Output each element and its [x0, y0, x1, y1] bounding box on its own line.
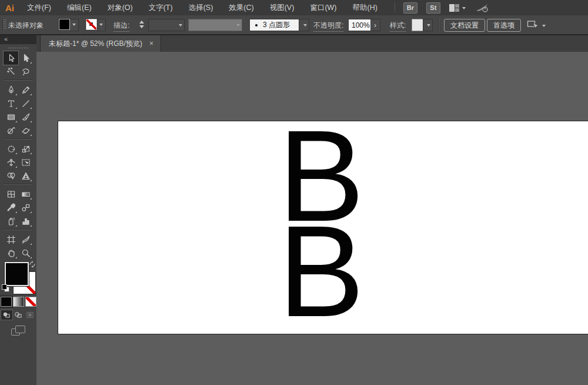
hand-tool[interactable]	[4, 246, 18, 260]
opacity-expand-button[interactable]: ›	[370, 19, 380, 31]
controlbar-divider	[438, 18, 439, 31]
tools-panel: «	[0, 35, 37, 385]
stroke-weight-combo[interactable]	[148, 19, 185, 31]
opacity-input[interactable]: 100%	[348, 19, 373, 31]
free-transform-tool[interactable]	[18, 155, 33, 169]
color-mode-button[interactable]	[1, 297, 12, 307]
pen-tool[interactable]	[4, 83, 18, 97]
fill-color-control[interactable]	[59, 19, 79, 31]
paintbrush-tool[interactable]	[18, 110, 33, 124]
menu-file[interactable]: 文件(F)	[27, 3, 51, 13]
perspective-grid-tool[interactable]	[18, 169, 33, 182]
toolbar-divider	[4, 230, 33, 230]
drawing-mode-row	[0, 310, 36, 320]
eyedropper-tool[interactable]	[4, 201, 18, 214]
menu-bar: Ai 文件(F) 编辑(E) 对象(O) 文字(T) 选择(S) 效果(C) 视…	[0, 0, 588, 16]
symbol-sprayer-tool[interactable]	[4, 214, 18, 228]
stroke-weight-stepper[interactable]	[139, 18, 144, 31]
eraser-tool[interactable]	[18, 124, 33, 137]
toolbar-divider	[4, 80, 33, 81]
selection-status: 未选择对象	[8, 21, 44, 31]
stepper-up-icon[interactable]	[139, 18, 144, 24]
menu-select[interactable]: 选择(S)	[189, 3, 213, 13]
gradient-tool[interactable]	[18, 187, 33, 201]
width-tool[interactable]	[4, 155, 18, 169]
menu-object[interactable]: 对象(O)	[108, 3, 133, 13]
stroke-color-control[interactable]	[86, 19, 106, 31]
gradient-mode-button[interactable]	[13, 297, 24, 307]
opacity-panel-link[interactable]: 不透明度:	[313, 21, 343, 32]
brush-preview-dot-icon	[255, 24, 258, 26]
collapse-panel-icon[interactable]: «	[4, 35, 8, 42]
menu-type[interactable]: 文字(T)	[149, 3, 173, 13]
draw-behind-button[interactable]	[13, 310, 24, 320]
fill-stroke-swatches	[0, 261, 36, 295]
brush-chevron-icon[interactable]	[299, 19, 309, 31]
document-tab[interactable]: 未标题-1* @ 52% (RGB/预览) ×	[40, 35, 161, 52]
blend-tool[interactable]	[18, 201, 33, 214]
bridge-button[interactable]: Br	[403, 2, 417, 14]
selection-tool[interactable]	[4, 51, 18, 65]
slice-tool[interactable]	[18, 233, 33, 246]
mesh-tool[interactable]	[4, 187, 18, 201]
app-logo: Ai	[5, 3, 14, 13]
menu-edit[interactable]: 编辑(E)	[67, 3, 92, 13]
style-swatch[interactable]	[412, 19, 423, 31]
stepper-down-icon[interactable]	[139, 25, 144, 31]
control-bar: 未选择对象 描边: 3 点圆形 不透明度: 100% › 样式: 文档设置 首选…	[0, 15, 588, 34]
workspace-chevron-down-icon[interactable]	[462, 7, 466, 11]
select-similar-chevron-icon[interactable]	[542, 25, 546, 29]
artboard-tool[interactable]	[4, 233, 18, 246]
blob-brush-tool[interactable]	[4, 124, 18, 137]
column-graph-tool[interactable]	[18, 214, 33, 228]
document-area: «	[0, 35, 588, 385]
menu-window[interactable]: 窗口(W)	[310, 3, 336, 13]
fill-color-chevron-icon[interactable]	[70, 19, 79, 31]
pencil-tool[interactable]	[18, 83, 33, 97]
style-chevron-icon[interactable]	[423, 19, 433, 31]
direct-selection-tool[interactable]	[18, 51, 33, 65]
menu-help[interactable]: 帮助(H)	[353, 3, 377, 13]
stroke-color-chevron-icon[interactable]	[97, 19, 106, 31]
document-tab-bar: 未标题-1* @ 52% (RGB/预览) ×	[36, 35, 588, 52]
scale-tool[interactable]	[18, 142, 33, 155]
controlbar-grip[interactable]	[2, 19, 6, 30]
toolbar-divider	[4, 184, 33, 185]
none-mode-button[interactable]	[25, 297, 36, 307]
stroke-profile-dropdown[interactable]	[188, 19, 242, 31]
type-tool[interactable]	[4, 97, 18, 110]
magic-wand-tool[interactable]	[4, 65, 18, 78]
lasso-tool[interactable]	[18, 65, 33, 78]
stroke-panel-link[interactable]: 描边:	[113, 21, 129, 32]
workspace-switcher-icon[interactable]	[449, 4, 459, 12]
stroke-color-swatch[interactable]	[86, 19, 97, 30]
draw-normal-button[interactable]	[1, 310, 12, 320]
preferences-button[interactable]: 首选项	[487, 19, 521, 32]
tools-panel-header[interactable]: «	[0, 35, 36, 44]
zoom-tool[interactable]	[18, 246, 33, 260]
menu-effect[interactable]: 效果(C)	[229, 3, 253, 13]
screen-mode-button[interactable]	[11, 326, 25, 336]
swap-fill-stroke-icon[interactable]	[29, 261, 36, 268]
brush-definition-field[interactable]: 3 点圆形	[249, 19, 300, 31]
brush-name: 3 点圆形	[263, 20, 290, 30]
menu-view[interactable]: 视图(V)	[270, 3, 295, 13]
draw-inside-button[interactable]	[25, 310, 36, 320]
document-setup-button[interactable]: 文档设置	[444, 19, 485, 32]
line-segment-tool[interactable]	[18, 97, 33, 110]
rotate-tool[interactable]	[4, 142, 18, 155]
rectangle-tool[interactable]	[4, 110, 18, 124]
stock-button[interactable]: St	[426, 2, 440, 14]
canvas[interactable]: B B	[36, 52, 588, 385]
cs-live-icon[interactable]	[475, 3, 489, 13]
style-panel-link[interactable]: 样式:	[390, 21, 406, 32]
fill-swatch[interactable]	[5, 262, 29, 286]
artwork-letter-b-2[interactable]: B	[278, 207, 365, 336]
default-fill-stroke-icon[interactable]	[2, 284, 9, 291]
none-slash-icon	[86, 19, 96, 29]
shape-builder-tool[interactable]	[4, 169, 18, 182]
tab-close-icon[interactable]: ×	[149, 39, 153, 48]
fill-color-swatch[interactable]	[59, 19, 70, 30]
select-similar-icon[interactable]	[527, 19, 540, 30]
tools-panel-grip[interactable]	[8, 47, 28, 49]
